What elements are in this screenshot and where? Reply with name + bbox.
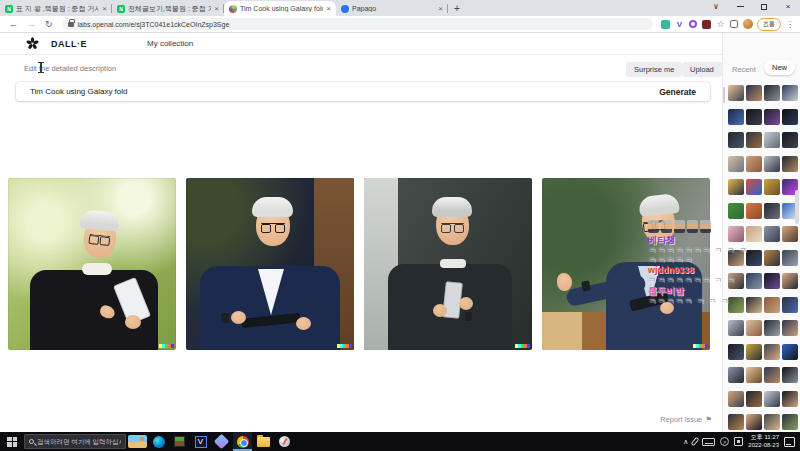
browser-tab[interactable]: N표 지 왕 ,뚝불원 : 중첩 거시기 :× — [0, 1, 112, 16]
url-text[interactable]: labs.openai.com/e/sj3TC041e1ckCeOInZsp3S… — [78, 21, 230, 28]
taskbar-chrome-icon[interactable] — [233, 432, 252, 451]
recent-thumbnail[interactable] — [764, 320, 780, 336]
recent-thumbnail[interactable] — [764, 367, 780, 383]
recent-thumbnail[interactable] — [746, 109, 762, 125]
taskbar-paint-icon[interactable] — [275, 432, 294, 451]
recent-thumbnail[interactable] — [746, 132, 762, 148]
page-scrollbar[interactable] — [795, 190, 799, 224]
recent-thumbnail[interactable] — [746, 203, 762, 219]
taskbar-clock[interactable]: 오후 11:27 2022-08-23 — [748, 434, 779, 449]
taskbar-news-widget-icon[interactable] — [128, 432, 147, 451]
recent-thumbnail[interactable] — [764, 85, 780, 101]
browser-tab[interactable]: N전체글보기,뚝불원 : 중첩 거시?× — [112, 1, 224, 16]
recent-thumbnail[interactable] — [728, 367, 744, 383]
address-bar[interactable]: labs.openai.com/e/sj3TC041e1ckCeOInZsp3S… — [62, 18, 653, 30]
extension-icon[interactable] — [689, 20, 697, 28]
taskbar-search-input[interactable] — [37, 438, 121, 445]
new-generation-button[interactable]: New — [764, 60, 795, 75]
extension-icon[interactable] — [730, 20, 738, 28]
recent-thumbnail[interactable] — [782, 250, 798, 266]
recent-thumbnail[interactable] — [764, 391, 780, 407]
lock-icon[interactable] — [68, 22, 74, 27]
upload-button[interactable]: Upload — [682, 62, 722, 77]
recent-thumbnail[interactable] — [746, 156, 762, 172]
bookmark-star-icon[interactable]: ☆ — [716, 20, 725, 29]
close-button[interactable]: × — [776, 0, 800, 13]
taskbar-search[interactable] — [24, 434, 126, 449]
browser-profile-avatar[interactable] — [743, 19, 753, 29]
generated-image-tim-cook-white-phone-green-bokeh[interactable] — [8, 178, 176, 350]
recent-thumbnail[interactable] — [764, 132, 780, 148]
generate-button[interactable]: Generate — [645, 87, 710, 97]
tab-close-icon[interactable]: × — [214, 5, 219, 13]
recent-thumbnail[interactable] — [728, 156, 744, 172]
recent-thumbnail[interactable] — [746, 273, 762, 289]
reload-icon[interactable]: ↻ — [45, 19, 53, 29]
tray-keyboard-icon[interactable] — [702, 438, 715, 446]
sidebar-scrollbar[interactable] — [723, 87, 725, 103]
recent-thumbnail[interactable] — [746, 391, 762, 407]
action-center-icon[interactable] — [784, 437, 795, 447]
recent-thumbnail[interactable] — [764, 179, 780, 195]
recent-thumbnail[interactable] — [746, 320, 762, 336]
recent-thumbnail[interactable] — [728, 179, 744, 195]
recent-thumbnail[interactable] — [782, 85, 798, 101]
recent-thumbnail[interactable] — [728, 391, 744, 407]
recent-thumbnail[interactable] — [746, 226, 762, 242]
recent-thumbnail[interactable] — [764, 203, 780, 219]
recent-thumbnail[interactable] — [782, 320, 798, 336]
recent-thumbnail[interactable] — [728, 344, 744, 360]
recent-thumbnail[interactable] — [728, 320, 744, 336]
tray-clip-icon[interactable] — [691, 437, 700, 446]
browser-tab[interactable]: Tim Cook using Galaxy fold | D…× — [224, 1, 336, 16]
recent-thumbnail[interactable] — [782, 273, 798, 289]
report-issue-link[interactable]: Report issue ⚑ — [660, 415, 712, 424]
minimize-button[interactable] — [728, 0, 752, 13]
browser-menu-icon[interactable]: ⋮ — [786, 20, 794, 29]
extension-icon[interactable]: V — [675, 20, 684, 29]
extension-icon[interactable] — [661, 20, 670, 29]
taskbar-explorer-icon[interactable] — [254, 432, 273, 451]
recent-thumbnail[interactable] — [746, 250, 762, 266]
recent-thumbnail[interactable] — [764, 156, 780, 172]
new-tab-button[interactable]: + — [454, 3, 460, 14]
recent-thumbnail[interactable] — [746, 297, 762, 313]
recent-thumbnail[interactable] — [782, 414, 798, 430]
tab-close-icon[interactable]: × — [102, 5, 107, 13]
recent-thumbnail[interactable] — [728, 85, 744, 101]
tray-chevron-icon[interactable]: ∧ — [683, 438, 688, 446]
tray-x-circle-icon[interactable]: × — [720, 437, 729, 446]
start-button[interactable] — [0, 432, 24, 451]
tab-close-icon[interactable]: × — [326, 5, 331, 13]
recent-thumbnail[interactable] — [764, 226, 780, 242]
recent-thumbnail[interactable] — [782, 132, 798, 148]
recent-thumbnail[interactable] — [728, 414, 744, 430]
profile-chip[interactable]: 쵸롬 — [757, 18, 781, 31]
nav-my-collection[interactable]: My collection — [147, 39, 193, 48]
recent-thumbnail[interactable] — [764, 109, 780, 125]
recent-thumbnail[interactable] — [764, 273, 780, 289]
browser-tab[interactable]: Papago× — [336, 1, 448, 16]
recent-thumbnail[interactable] — [782, 109, 798, 125]
forward-icon[interactable]: → — [27, 19, 36, 29]
generated-image-tim-cook-navy-suit-folded-tablet[interactable] — [186, 178, 354, 350]
taskbar-paint3d-icon[interactable] — [212, 432, 231, 451]
recent-thumbnail[interactable] — [764, 344, 780, 360]
recent-thumbnail[interactable] — [782, 297, 798, 313]
surprise-me-button[interactable]: Surprise me — [626, 62, 682, 77]
recent-thumbnail[interactable] — [728, 109, 744, 125]
generated-image-tim-cook-dark-coat-silver-fold[interactable] — [364, 178, 532, 350]
recent-thumbnail[interactable] — [746, 179, 762, 195]
dalle-brand[interactable]: DALL·E — [51, 39, 87, 49]
recent-thumbnail[interactable] — [764, 414, 780, 430]
recent-thumbnail[interactable] — [782, 344, 798, 360]
tab-search-icon[interactable]: ∨ — [704, 0, 728, 13]
tab-close-icon[interactable]: × — [438, 5, 443, 13]
recent-thumbnail[interactable] — [782, 226, 798, 242]
recent-thumbnail[interactable] — [728, 132, 744, 148]
recent-thumbnail[interactable] — [746, 414, 762, 430]
recent-thumbnail[interactable] — [746, 344, 762, 360]
recent-thumbnail[interactable] — [782, 391, 798, 407]
back-icon[interactable]: ← — [9, 19, 18, 29]
taskbar-v-app-icon[interactable]: V — [191, 432, 210, 451]
